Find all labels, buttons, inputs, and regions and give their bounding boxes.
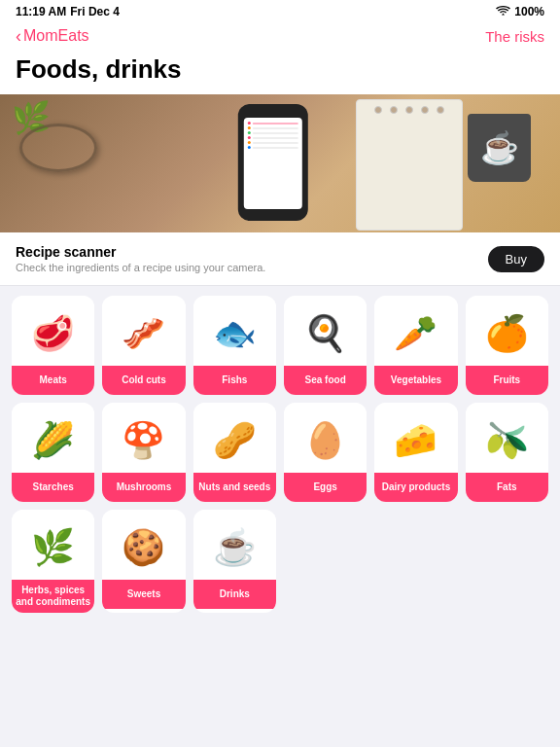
food-label-herbs,-spices-and-condiments: Herbs, spices and condiments (12, 580, 94, 613)
food-card-mushrooms[interactable]: 🍄Mushrooms (102, 403, 185, 502)
food-card-dairy-products[interactable]: 🧀Dairy products (374, 403, 457, 502)
food-icon-herbs,-spices-and-condiments: 🌿 (12, 510, 94, 580)
back-button[interactable]: ‹ MomEats (16, 27, 89, 45)
time: 11:19 AM (16, 5, 66, 18)
food-card-eggs[interactable]: 🥚Eggs (284, 403, 367, 502)
food-icon-eggs: 🥚 (284, 403, 367, 473)
food-icon-drinks: ☕ (193, 510, 276, 580)
food-row-2: 🌿Herbs, spices and condiments🍪Sweets☕Dri… (12, 510, 548, 613)
food-card-vegetables[interactable]: 🥕Vegetables (374, 296, 457, 395)
food-icon-nuts-and-seeds: 🥜 (193, 403, 276, 473)
notebook-decoration (356, 99, 463, 231)
date: Fri Dec 4 (70, 5, 120, 18)
food-label-fats: Fats (466, 473, 548, 502)
scanner-card: Recipe scanner Check the ingredients of … (0, 232, 560, 286)
food-label-mushrooms: Mushrooms (102, 473, 185, 502)
food-label-fishs: Fishs (193, 366, 276, 395)
food-icon-fishs: 🐟 (193, 296, 276, 366)
food-card-drinks[interactable]: ☕Drinks (193, 510, 276, 613)
food-label-starches: Starches (12, 473, 94, 502)
page-title-bar: Foods, drinks (0, 53, 560, 94)
food-grid: 🥩Meats🥓Cold cuts🐟Fishs🍳Sea food🥕Vegetabl… (0, 286, 560, 733)
food-icon-meats: 🥩 (12, 296, 94, 366)
food-card-starches[interactable]: 🌽Starches (12, 403, 94, 502)
food-card-sweets[interactable]: 🍪Sweets (102, 510, 185, 613)
food-card-fats[interactable]: 🫒Fats (466, 403, 548, 502)
buy-button[interactable]: Buy (488, 246, 544, 272)
food-card-herbs,-spices-and-condiments[interactable]: 🌿Herbs, spices and condiments (12, 510, 94, 613)
food-icon-mushrooms: 🍄 (102, 403, 185, 473)
phone-screen (244, 118, 302, 209)
food-label-drinks: Drinks (193, 580, 276, 609)
risks-link[interactable]: The risks (485, 28, 544, 45)
food-icon-cold-cuts: 🥓 (102, 296, 185, 366)
food-icon-fruits: 🍊 (466, 296, 548, 366)
chevron-left-icon: ‹ (16, 27, 21, 45)
scanner-title: Recipe scanner (16, 244, 265, 260)
food-card-cold-cuts[interactable]: 🥓Cold cuts (102, 296, 185, 395)
back-label: MomEats (23, 27, 89, 45)
scanner-info: Recipe scanner Check the ingredients of … (16, 244, 265, 273)
food-card-nuts-and-seeds[interactable]: 🥜Nuts and seeds (193, 403, 276, 502)
phone-decoration (238, 104, 308, 221)
food-icon-starches: 🌽 (12, 403, 94, 473)
food-icon-sea-food: 🍳 (284, 296, 367, 366)
food-icon-fats: 🫒 (466, 403, 548, 473)
food-label-vegetables: Vegetables (374, 366, 457, 395)
food-label-sweets: Sweets (102, 580, 185, 609)
nav-bar: ‹ MomEats The risks (0, 21, 560, 53)
food-label-dairy-products: Dairy products (374, 473, 457, 502)
status-right: 100% (496, 5, 544, 18)
hero-banner: 🌿 ☕ (0, 94, 560, 232)
food-label-meats: Meats (12, 366, 94, 395)
food-icon-dairy-products: 🧀 (374, 403, 457, 473)
food-card-sea-food[interactable]: 🍳Sea food (284, 296, 367, 395)
food-label-nuts-and-seeds: Nuts and seeds (193, 473, 276, 502)
food-icon-sweets: 🍪 (102, 510, 185, 580)
cup-decoration: ☕ (468, 114, 531, 182)
food-card-fishs[interactable]: 🐟Fishs (193, 296, 276, 395)
food-icon-vegetables: 🥕 (374, 296, 457, 366)
scanner-description: Check the ingredients of a recipe using … (16, 262, 265, 273)
food-row-1: 🌽Starches🍄Mushrooms🥜Nuts and seeds🥚Eggs🧀… (12, 403, 548, 502)
status-bar: 11:19 AM Fri Dec 4 100% (0, 0, 560, 21)
food-label-eggs: Eggs (284, 473, 367, 502)
food-label-cold-cuts: Cold cuts (102, 366, 185, 395)
page-title: Foods, drinks (16, 54, 544, 85)
wifi-icon (496, 5, 510, 18)
food-row-0: 🥩Meats🥓Cold cuts🐟Fishs🍳Sea food🥕Vegetabl… (12, 296, 548, 395)
status-left: 11:19 AM Fri Dec 4 (16, 5, 120, 18)
food-card-meats[interactable]: 🥩Meats (12, 296, 94, 395)
food-label-fruits: Fruits (466, 366, 548, 395)
glasses-decoration (19, 124, 97, 172)
food-card-fruits[interactable]: 🍊Fruits (466, 296, 548, 395)
battery: 100% (514, 5, 544, 18)
food-label-sea-food: Sea food (284, 366, 367, 395)
